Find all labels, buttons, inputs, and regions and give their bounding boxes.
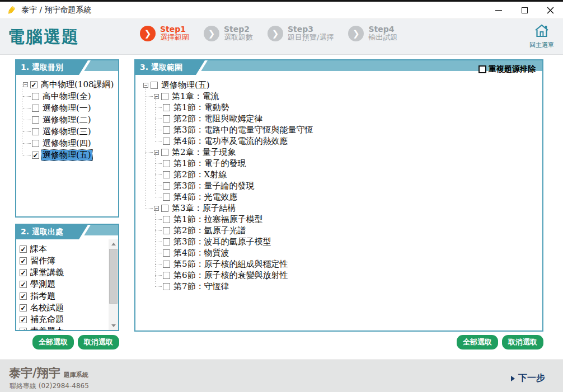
tree-item-label[interactable]: 第2節：X射線 bbox=[172, 169, 228, 180]
tree-checkbox[interactable] bbox=[163, 182, 170, 190]
tree-row: 選修物理(二) bbox=[20, 114, 118, 126]
tree-item-label[interactable]: 第1節：電動勢 bbox=[172, 102, 231, 113]
tree-row: 第7節：守恆律 bbox=[143, 281, 542, 292]
source-checkbox[interactable]: ✓ bbox=[20, 328, 27, 330]
tree-connector bbox=[23, 143, 31, 144]
tree-checkbox[interactable] bbox=[163, 227, 170, 234]
tree-checkbox[interactable] bbox=[163, 238, 170, 245]
window-controls bbox=[486, 2, 563, 18]
tree-checkbox[interactable] bbox=[163, 126, 170, 134]
collapse-toggle-icon[interactable]: − bbox=[143, 83, 148, 88]
tree-checkbox[interactable] bbox=[32, 105, 39, 112]
maximize-button[interactable] bbox=[512, 2, 537, 18]
tree-checkbox[interactable] bbox=[163, 283, 170, 290]
step-step2[interactable]: ❯Step2選取題數 bbox=[204, 25, 253, 42]
tree-checkbox[interactable] bbox=[163, 160, 170, 167]
tree-checkbox[interactable] bbox=[151, 82, 158, 89]
next-step-button[interactable]: 下一步 bbox=[511, 372, 545, 384]
tree-connector bbox=[155, 174, 162, 175]
step-step1[interactable]: ❯Step1選擇範圍 bbox=[140, 25, 189, 42]
tree-row: 第6節：原子核的衰變與放射性 bbox=[143, 270, 542, 281]
tree-checkbox[interactable] bbox=[163, 171, 170, 178]
tree-item-label[interactable]: 第7節：守恆律 bbox=[172, 281, 231, 292]
tree-checkbox[interactable] bbox=[163, 104, 170, 111]
tree-checkbox[interactable] bbox=[163, 272, 170, 279]
collapse-toggle-icon[interactable]: − bbox=[23, 82, 28, 87]
tree-item-label[interactable]: 第5節：原子核的組成與穩定性 bbox=[172, 259, 289, 270]
tree-item-label[interactable]: 選修物理(二) bbox=[41, 115, 92, 125]
minimize-button[interactable] bbox=[486, 2, 512, 18]
tree-checkbox[interactable] bbox=[32, 116, 39, 124]
tree-checkbox[interactable] bbox=[32, 128, 39, 135]
source-list-scrollbar[interactable] bbox=[109, 239, 118, 330]
tree-item-label[interactable]: 第2章：量子現象 bbox=[171, 147, 237, 158]
tree-item-label[interactable]: 第3章：原子結構 bbox=[171, 203, 237, 214]
tree-item-label[interactable]: 第2節：氫原子光譜 bbox=[172, 225, 247, 236]
scroll-up-button[interactable] bbox=[109, 239, 118, 248]
tree-item-label[interactable]: 選修物理(一) bbox=[41, 103, 92, 114]
tree-item-label[interactable]: 第2節：電阻與歐姆定律 bbox=[172, 114, 264, 124]
tree-item-label[interactable]: 第3節：量子論的發現 bbox=[172, 181, 256, 191]
source-checkbox[interactable]: ✓ bbox=[20, 269, 27, 276]
tree-row: 第4節：光電效應 bbox=[143, 191, 542, 202]
tree-connector bbox=[155, 141, 162, 141]
tree-checkbox[interactable] bbox=[161, 149, 168, 156]
close-icon bbox=[547, 7, 554, 14]
step-step4[interactable]: ❯Step4輸出試題 bbox=[348, 25, 397, 42]
dedupe-checkbox[interactable]: 重複題源排除 bbox=[478, 64, 536, 74]
tree-checkbox[interactable] bbox=[163, 216, 170, 223]
source-checkbox[interactable]: ✓ bbox=[20, 292, 27, 300]
home-button[interactable]: 回主選單 bbox=[527, 23, 556, 49]
tree-checkbox[interactable] bbox=[163, 193, 170, 201]
tree-row: 第2節：氫原子光譜 bbox=[143, 225, 542, 236]
source-checkbox[interactable]: ✓ bbox=[20, 316, 27, 323]
step-texts: Step2選取題數 bbox=[224, 25, 253, 42]
tree-item-label[interactable]: 第1節：電子的發現 bbox=[172, 158, 247, 169]
source-checkbox[interactable]: ✓ bbox=[20, 257, 27, 265]
select-all-sources-button[interactable]: 全部選取 bbox=[32, 335, 74, 350]
range-tree: −選修物理(五)−第1章：電流第1節：電動勢第2節：電阻與歐姆定律第3節：電路中… bbox=[135, 75, 542, 292]
tree-guide bbox=[155, 209, 156, 284]
step-step3[interactable]: ❯Step3題目預覽/選擇 bbox=[268, 25, 334, 42]
tree-checkbox[interactable]: ✓ bbox=[30, 81, 37, 88]
tree-row: 高中物理(全) bbox=[20, 91, 118, 102]
close-button[interactable] bbox=[537, 2, 563, 18]
tree-checkbox[interactable] bbox=[32, 140, 39, 147]
tree-item-label[interactable]: 選修物理(三) bbox=[41, 126, 92, 137]
tree-checkbox[interactable]: ✓ bbox=[32, 152, 39, 159]
tree-item-label[interactable]: 第4節：物質波 bbox=[172, 248, 231, 258]
tree-checkbox[interactable] bbox=[32, 93, 39, 100]
tree-checkbox[interactable] bbox=[163, 115, 170, 122]
step-label: 選擇範圍 bbox=[160, 34, 189, 42]
step-label: 題目預覽/選擇 bbox=[288, 34, 334, 42]
tree-item-label[interactable]: 第1章：電流 bbox=[171, 91, 220, 102]
source-checkbox[interactable]: ✓ bbox=[20, 304, 27, 311]
tree-item-label[interactable]: 高中物理(全) bbox=[41, 91, 92, 102]
tree-item-label[interactable]: 第4節：電功率及電流的熱效應 bbox=[172, 136, 289, 147]
tree-item-label[interactable]: 選修物理(五) bbox=[160, 80, 211, 91]
scrollbar-thumb[interactable] bbox=[109, 249, 118, 304]
source-checkbox[interactable]: ✓ bbox=[20, 281, 27, 288]
tree-item-label[interactable]: 第6節：原子核的衰變與放射性 bbox=[172, 270, 289, 281]
tree-item-label[interactable]: 第1節：拉塞福原子模型 bbox=[172, 214, 264, 225]
tree-connector bbox=[155, 253, 162, 253]
tree-item-label[interactable]: 第4節：光電效應 bbox=[172, 192, 239, 202]
tree-checkbox[interactable] bbox=[161, 205, 168, 212]
tree-checkbox[interactable] bbox=[163, 249, 170, 257]
tree-item-label[interactable]: 高中物理(108課綱) bbox=[40, 79, 115, 90]
tree-checkbox[interactable] bbox=[163, 261, 170, 268]
select-all-range-button[interactable]: 全部選取 bbox=[457, 335, 498, 350]
dedupe-checkbox-box[interactable] bbox=[478, 65, 486, 73]
scroll-down-button[interactable] bbox=[109, 321, 118, 330]
tree-item-label[interactable]: 第3節：電路中的電量守恆與能量守恆 bbox=[172, 125, 315, 135]
tree-connector bbox=[155, 275, 162, 276]
tree-item-label[interactable]: 選修物理(四) bbox=[41, 138, 92, 149]
source-checkbox[interactable]: ✓ bbox=[20, 245, 27, 253]
tree-item-label[interactable]: 第3節：波耳的氫原子模型 bbox=[172, 237, 273, 247]
deselect-sources-button[interactable]: 取消選取 bbox=[78, 335, 119, 350]
tree-connector bbox=[155, 219, 162, 220]
tree-item-label[interactable]: 選修物理(五) bbox=[41, 150, 92, 160]
deselect-range-button[interactable]: 取消選取 bbox=[502, 335, 543, 350]
tree-checkbox[interactable] bbox=[163, 138, 170, 145]
tree-checkbox[interactable] bbox=[161, 93, 168, 100]
